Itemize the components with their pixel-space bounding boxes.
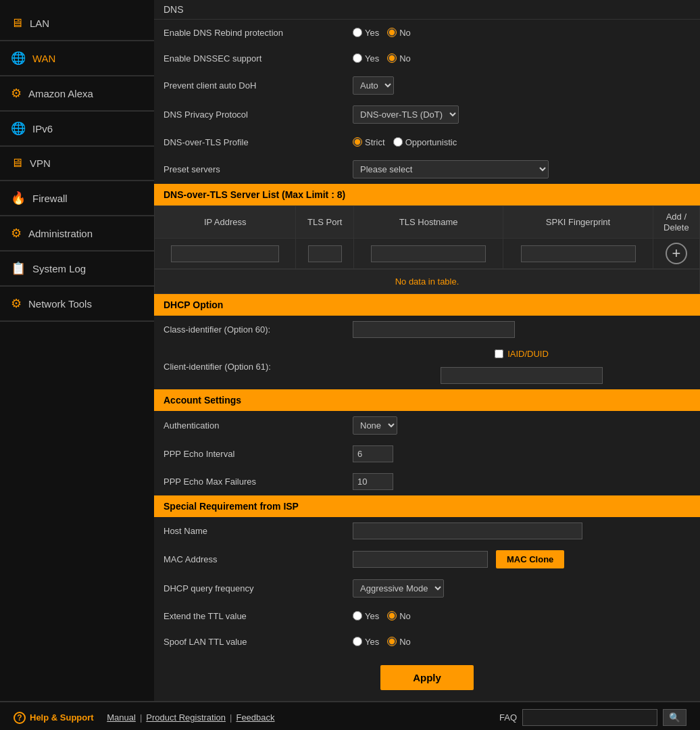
extend-ttl-no-label[interactable]: No [387,611,411,621]
dhcp-query-row: DHCP query frequency Aggressive Mode [154,574,700,603]
administration-icon: ⚙ [11,226,22,241]
mac-address-input[interactable] [353,551,488,568]
sidebar-label-vpn: VPN [30,157,51,169]
dhcp-query-select[interactable]: Aggressive Mode [353,579,444,598]
dhcp-option-header: DHCP Option [154,294,700,316]
lan-icon: 🖥 [11,16,23,30]
sidebar-item-vpn[interactable]: 🖥 VPN [0,147,154,180]
prevent-doh-label: Prevent client auto DoH [164,80,353,91]
auth-select[interactable]: None [353,416,397,435]
dns-privacy-select[interactable]: DNS-over-TLS (DoT) [353,105,459,124]
tls-hostname-input[interactable] [371,245,486,262]
spoof-lan-ttl-yes-label[interactable]: Yes [353,637,379,647]
sidebar-item-amazon-alexa[interactable]: ⚙ Amazon Alexa [0,76,154,111]
sidebar-item-network-tools[interactable]: ⚙ Network Tools [0,287,154,321]
spoof-lan-ttl-yes-radio[interactable] [353,637,362,646]
ppp-echo-interval-row: PPP Echo Interval [154,440,700,468]
dns-rebind-no-label[interactable]: No [387,28,411,38]
amazon-alexa-icon: ⚙ [11,86,22,101]
ipv6-icon: 🌐 [11,121,26,136]
dns-table: IP Address TLS Port TLS Hostname SPKI Fi… [154,205,700,269]
no-data-message: No data in table. [154,269,700,294]
firewall-icon: 🔥 [11,191,26,205]
auth-label: Authentication [164,420,353,431]
faq-search-input[interactable] [522,709,657,726]
dns-rebind-no-radio[interactable] [387,28,397,37]
sidebar-item-lan[interactable]: 🖥 LAN [0,7,154,41]
ppp-echo-max-input[interactable] [353,473,393,490]
dns-privacy-row: DNS Privacy Protocol DNS-over-TLS (DoT) [154,100,700,129]
network-tools-icon: ⚙ [11,296,22,311]
help-support-link[interactable]: Help & Support [30,712,94,723]
prevent-doh-select[interactable]: Auto [353,76,394,95]
preset-servers-field: Please select [353,160,691,178]
product-registration-link[interactable]: Product Registration [146,712,226,723]
dot-opportunistic-label[interactable]: Opportunistic [393,137,457,147]
dns-rebind-label: Enable DNS Rebind protection [164,28,353,38]
account-settings-header: Account Settings [154,389,700,411]
sidebar-item-administration[interactable]: ⚙ Administration [0,216,154,251]
preset-servers-select[interactable]: Please select [353,160,549,178]
dhcp-query-label: DHCP query frequency [164,583,353,593]
host-name-field [353,522,691,539]
extend-ttl-yes-label[interactable]: Yes [353,611,379,621]
dns-rebind-yes-radio[interactable] [353,28,362,37]
system-log-icon: 📋 [11,261,26,276]
feedback-link[interactable]: Feedback [236,712,274,723]
dot-strict-label[interactable]: Strict [353,137,385,147]
ppp-echo-interval-field [353,445,691,462]
dnssec-yes-radio[interactable] [353,53,362,63]
dot-strict-radio[interactable] [353,137,362,147]
mac-address-row: MAC Address MAC Clone [154,545,700,574]
class-id-field [353,321,691,338]
client-id-input[interactable] [441,367,603,384]
mac-clone-button[interactable]: MAC Clone [496,550,564,568]
extend-ttl-no-radio[interactable] [387,611,397,620]
client-id-field: IAID/DUID [353,349,691,384]
spoof-lan-ttl-no-radio[interactable] [387,637,397,646]
sidebar-label-wan: WAN [32,53,55,64]
add-server-button[interactable]: + [666,243,687,264]
spoof-lan-ttl-no-label[interactable]: No [387,637,411,647]
mac-address-label: MAC Address [164,554,353,564]
dns-rebind-field: Yes No [353,28,691,38]
manual-link[interactable]: Manual [107,712,136,723]
sidebar-item-system-log[interactable]: 📋 System Log [0,251,154,286]
sidebar-label-administration: Administration [28,228,93,239]
apply-button[interactable]: Apply [380,665,474,690]
dns-input-row: + [155,239,700,269]
auth-field: None [353,416,691,435]
tls-port-input[interactable] [308,245,342,262]
dns-rebind-yes-label[interactable]: Yes [353,28,379,38]
faq-search-button[interactable]: 🔍 [663,709,686,726]
host-name-input[interactable] [353,522,582,539]
dnssec-no-radio[interactable] [387,53,397,63]
prevent-doh-field: Auto [353,76,691,95]
ppp-echo-interval-label: PPP Echo Interval [164,449,353,459]
dot-profile-row: DNS-over-TLS Profile Strict Opportunisti… [154,129,700,155]
dnssec-yes-label[interactable]: Yes [353,53,379,64]
prevent-doh-row: Prevent client auto DoH Auto [154,71,700,100]
dot-profile-label: DNS-over-TLS Profile [164,137,353,147]
sidebar-label-system-log: System Log [32,263,86,274]
iaid-duid-checkbox[interactable] [495,349,503,358]
main-content: DNS Enable DNS Rebind protection Yes No [154,0,700,701]
class-id-input[interactable] [353,321,515,338]
footer-left: ? Help & Support Manual | Product Regist… [14,712,275,724]
dnssec-label: Enable DNSSEC support [164,53,353,64]
ip-address-input[interactable] [171,245,279,262]
dot-server-list-header: DNS-over-TLS Server List (Max Limit : 8) [154,184,700,205]
sidebar-item-wan[interactable]: 🌐 WAN [0,41,154,76]
client-id-label: Client-identifier (Option 61): [164,362,353,372]
sidebar-label-network-tools: Network Tools [28,298,92,310]
dnssec-no-label[interactable]: No [387,53,411,64]
extend-ttl-yes-radio[interactable] [353,611,362,620]
sidebar-item-firewall[interactable]: 🔥 Firewall [0,181,154,216]
extend-ttl-field: Yes No [353,611,691,621]
dnssec-row: Enable DNSSEC support Yes No [154,45,700,71]
extend-ttl-label: Extend the TTL value [164,611,353,621]
dot-opportunistic-radio[interactable] [393,137,403,147]
sidebar-item-ipv6[interactable]: 🌐 IPv6 [0,112,154,146]
spki-fingerprint-input[interactable] [521,245,636,262]
ppp-echo-interval-input[interactable] [353,445,393,462]
